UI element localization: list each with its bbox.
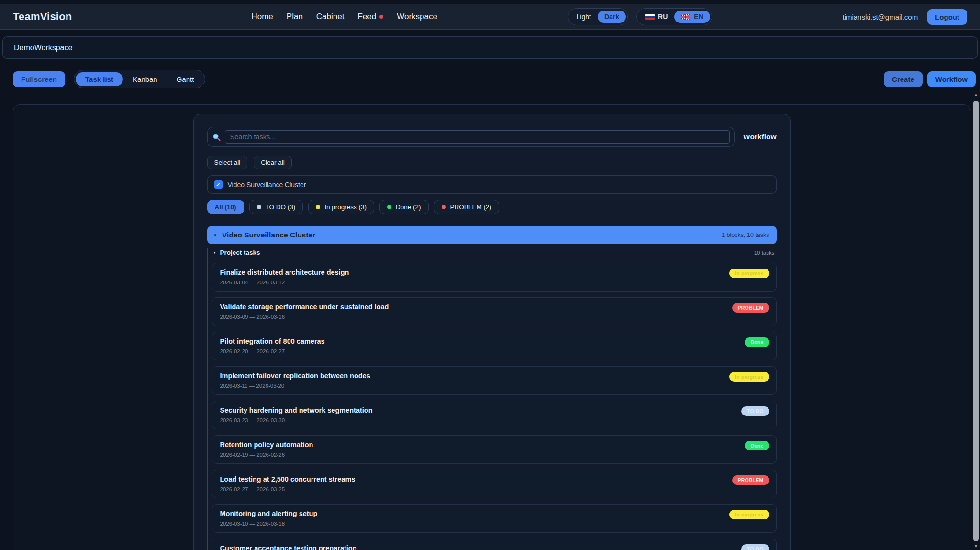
- nav-item-label: Home: [251, 12, 273, 22]
- task-title: Pilot integration of 800 cameras: [220, 337, 768, 346]
- task-dates: 2026-03-10 — 2026-03-18: [220, 521, 768, 527]
- task-card[interactable]: Implement failover replication between n…: [212, 366, 777, 395]
- nav-item[interactable]: Plan: [287, 12, 303, 22]
- status-filter-button[interactable]: PROBLEM (2): [434, 200, 499, 214]
- workflow-button[interactable]: Workflow: [927, 71, 976, 87]
- nav-item[interactable]: Feed: [357, 12, 383, 22]
- lang-en-button[interactable]: EN: [674, 11, 710, 23]
- task-title: Load testing at 2,500 concurrent streams: [220, 475, 768, 484]
- task-card[interactable]: Monitoring and alerting setup 2026-03-10…: [212, 504, 777, 533]
- nav-item[interactable]: Cabinet: [316, 12, 345, 22]
- task-card[interactable]: Retention policy automation 2026-02-19 —…: [212, 435, 777, 464]
- lang-ru-label: RU: [658, 13, 668, 21]
- nav-item-label: Feed: [357, 12, 376, 22]
- block-group-title: Video Surveillance Cluster: [222, 231, 315, 239]
- task-dates: 2026-02-19 — 2026-02-26: [220, 452, 768, 458]
- block-group-summary: 1 blocks, 10 tasks: [722, 232, 769, 238]
- task-title: Customer acceptance testing preparation: [220, 544, 768, 550]
- task-title: Validate storage performance under susta…: [220, 303, 768, 312]
- main-nav: Home Plan Cabinet Feed Workspace: [251, 12, 437, 22]
- view-tab[interactable]: Task list: [76, 72, 123, 86]
- status-dot-icon: [442, 205, 446, 209]
- scroll-up-arrow-icon[interactable]: ▲: [972, 91, 980, 99]
- status-dot-icon: [316, 205, 320, 209]
- search-icon: [212, 133, 221, 142]
- nav-item[interactable]: Workspace: [397, 12, 437, 22]
- nav-item-label: Plan: [287, 12, 303, 22]
- status-badge: In progress: [729, 372, 769, 382]
- lang-en-label: EN: [694, 13, 703, 21]
- status-badge: Done: [745, 337, 769, 347]
- user-email: timianski.st@gmail.com: [842, 13, 918, 21]
- subgroup: ▾ Project tasks 10 tasks Finalize distri…: [207, 248, 777, 550]
- status-dot-icon: [387, 205, 391, 209]
- task-title: Finalize distributed architecture design: [220, 268, 768, 277]
- collapse-caret-icon: ▾: [214, 250, 216, 255]
- status-badge: In progress: [729, 510, 769, 519]
- status-badge: TO DO: [741, 544, 769, 550]
- status-badge: TO DO: [741, 406, 769, 416]
- block-checkbox[interactable]: ✓: [214, 180, 223, 189]
- view-tab[interactable]: Gantt: [167, 72, 204, 86]
- view-switcher: Task list Kanban Gantt: [74, 70, 205, 88]
- task-card[interactable]: Security hardening and network segmentat…: [212, 401, 777, 429]
- block-group-header[interactable]: ▾ Video Surveillance Cluster 1 blocks, 1…: [207, 226, 777, 244]
- nav-item-label: Workspace: [397, 12, 437, 22]
- en-flag-icon: [681, 14, 690, 20]
- status-filter-button[interactable]: TO DO (3): [249, 200, 303, 214]
- task-list: Finalize distributed architecture design…: [212, 263, 777, 550]
- task-card[interactable]: Load testing at 2,500 concurrent streams…: [212, 470, 777, 498]
- status-filter-label: In progress (3): [324, 203, 367, 211]
- scroll-down-arrow-icon[interactable]: ▼: [972, 542, 980, 550]
- subgroup-header[interactable]: ▾ Project tasks 10 tasks: [212, 248, 777, 257]
- toolbar-actions: Create Workflow: [884, 71, 976, 87]
- status-badge: In progress: [729, 269, 769, 278]
- search-input[interactable]: [225, 130, 730, 144]
- task-card[interactable]: Customer acceptance testing preparation …: [212, 539, 777, 550]
- block-filter-row[interactable]: ✓ Video Surveillance Cluster: [207, 175, 777, 194]
- status-dot-icon: [257, 205, 261, 209]
- task-title: Retention policy automation: [220, 440, 768, 449]
- status-badge: PROBLEM: [732, 475, 769, 485]
- status-filters: All (10) TO DO (3) In progress (3) Done …: [207, 200, 777, 214]
- nav-item[interactable]: Home: [251, 12, 273, 22]
- search-row: Workflow: [207, 127, 777, 147]
- task-title: Monitoring and alerting setup: [220, 509, 768, 518]
- status-filter-button[interactable]: In progress (3): [308, 200, 374, 214]
- lang-ru-button[interactable]: RU: [638, 11, 674, 23]
- task-dates: 2026-02-27 — 2026-03-25: [220, 486, 768, 493]
- workspace-name: DemoWorkspace: [14, 44, 72, 52]
- status-filter-button[interactable]: Done (2): [379, 200, 429, 214]
- language-toggle: RU EN: [636, 8, 712, 25]
- theme-dark-button[interactable]: Dark: [598, 11, 626, 23]
- workflow-label: Workflow: [743, 133, 776, 141]
- search-box: [207, 127, 735, 147]
- fullscreen-button[interactable]: Fullscreen: [13, 71, 65, 87]
- task-dates: 2026-02-20 — 2026-02-27: [220, 348, 768, 355]
- status-badge: PROBLEM: [732, 303, 769, 313]
- subgroup-summary: 10 tasks: [754, 250, 775, 256]
- view-tab[interactable]: Kanban: [123, 72, 167, 86]
- status-filter-label: TO DO (3): [266, 203, 296, 211]
- task-card[interactable]: Finalize distributed architecture design…: [212, 263, 777, 292]
- top-nav: TeamVision Home Plan Cabinet Feed: [0, 4, 980, 30]
- task-title: Implement failover replication between n…: [220, 371, 768, 381]
- task-dates: 2026-03-11 — 2026-03-20: [220, 383, 768, 389]
- status-filter-button[interactable]: All (10): [207, 200, 244, 214]
- breadcrumb[interactable]: DemoWorkspace: [2, 36, 978, 59]
- theme-toggle: Light Dark: [568, 8, 628, 25]
- select-all-button[interactable]: Select all: [207, 156, 248, 169]
- status-filter-label: All (10): [215, 203, 236, 211]
- view-toolbar: Fullscreen Task list Kanban Gantt Create…: [0, 70, 980, 88]
- theme-light-button[interactable]: Light: [570, 11, 598, 23]
- create-button[interactable]: Create: [884, 71, 923, 87]
- task-title: Security hardening and network segmentat…: [220, 406, 768, 415]
- logout-button[interactable]: Logout: [927, 9, 967, 25]
- task-card[interactable]: Pilot integration of 800 cameras 2026-02…: [212, 332, 777, 360]
- app-logo[interactable]: TeamVision: [13, 11, 72, 23]
- scrollbar-thumb[interactable]: [973, 101, 979, 541]
- nav-item-label: Cabinet: [316, 12, 345, 22]
- task-card[interactable]: Validate storage performance under susta…: [212, 297, 777, 326]
- clear-all-button[interactable]: Clear all: [254, 156, 292, 169]
- scrollbar[interactable]: ▲ ▼: [972, 91, 980, 550]
